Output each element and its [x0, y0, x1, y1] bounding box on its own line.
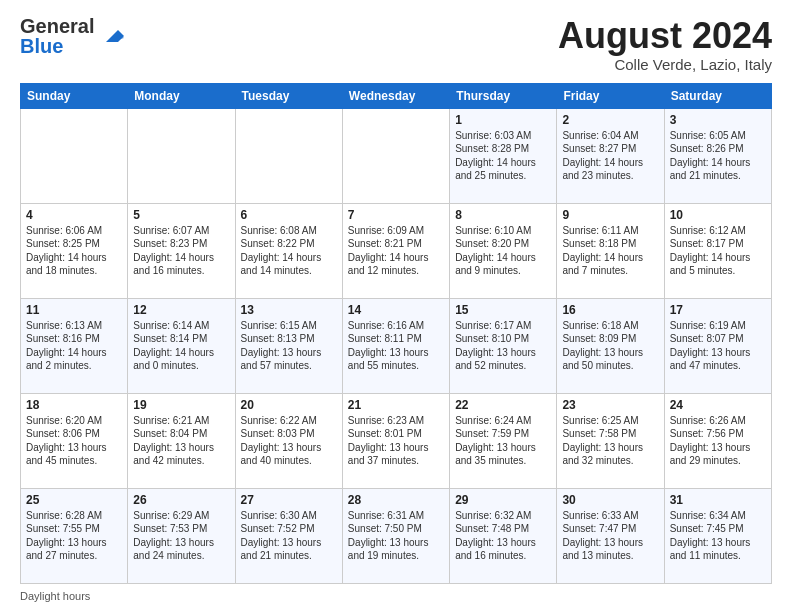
day-number: 20 [241, 398, 337, 412]
day-info: Sunrise: 6:21 AM Sunset: 8:04 PM Dayligh… [133, 414, 229, 468]
calendar-cell: 10Sunrise: 6:12 AM Sunset: 8:17 PM Dayli… [664, 203, 771, 298]
week-row-4: 18Sunrise: 6:20 AM Sunset: 8:06 PM Dayli… [21, 393, 772, 488]
weekday-monday: Monday [128, 83, 235, 108]
logo: General Blue [20, 16, 126, 56]
day-info: Sunrise: 6:32 AM Sunset: 7:48 PM Dayligh… [455, 509, 551, 563]
header: General Blue August 2024 Colle Verde, La… [20, 16, 772, 73]
calendar-cell [342, 108, 449, 203]
day-number: 14 [348, 303, 444, 317]
calendar-cell: 11Sunrise: 6:13 AM Sunset: 8:16 PM Dayli… [21, 298, 128, 393]
weekday-tuesday: Tuesday [235, 83, 342, 108]
calendar-cell: 17Sunrise: 6:19 AM Sunset: 8:07 PM Dayli… [664, 298, 771, 393]
day-number: 12 [133, 303, 229, 317]
calendar-cell: 30Sunrise: 6:33 AM Sunset: 7:47 PM Dayli… [557, 488, 664, 583]
day-number: 23 [562, 398, 658, 412]
week-row-2: 4Sunrise: 6:06 AM Sunset: 8:25 PM Daylig… [21, 203, 772, 298]
calendar-cell: 7Sunrise: 6:09 AM Sunset: 8:21 PM Daylig… [342, 203, 449, 298]
day-info: Sunrise: 6:15 AM Sunset: 8:13 PM Dayligh… [241, 319, 337, 373]
weekday-thursday: Thursday [450, 83, 557, 108]
header-right: August 2024 Colle Verde, Lazio, Italy [558, 16, 772, 73]
day-info: Sunrise: 6:06 AM Sunset: 8:25 PM Dayligh… [26, 224, 122, 278]
day-info: Sunrise: 6:11 AM Sunset: 8:18 PM Dayligh… [562, 224, 658, 278]
day-number: 29 [455, 493, 551, 507]
day-info: Sunrise: 6:24 AM Sunset: 7:59 PM Dayligh… [455, 414, 551, 468]
logo-blue: Blue [20, 36, 94, 56]
day-number: 1 [455, 113, 551, 127]
daylight-label: Daylight hours [20, 590, 90, 602]
calendar-cell: 27Sunrise: 6:30 AM Sunset: 7:52 PM Dayli… [235, 488, 342, 583]
calendar-table: SundayMondayTuesdayWednesdayThursdayFrid… [20, 83, 772, 584]
weekday-wednesday: Wednesday [342, 83, 449, 108]
week-row-1: 1Sunrise: 6:03 AM Sunset: 8:28 PM Daylig… [21, 108, 772, 203]
day-number: 25 [26, 493, 122, 507]
calendar-cell: 21Sunrise: 6:23 AM Sunset: 8:01 PM Dayli… [342, 393, 449, 488]
calendar-body: 1Sunrise: 6:03 AM Sunset: 8:28 PM Daylig… [21, 108, 772, 583]
day-info: Sunrise: 6:10 AM Sunset: 8:20 PM Dayligh… [455, 224, 551, 278]
day-info: Sunrise: 6:12 AM Sunset: 8:17 PM Dayligh… [670, 224, 766, 278]
logo-icon [98, 22, 126, 50]
day-info: Sunrise: 6:05 AM Sunset: 8:26 PM Dayligh… [670, 129, 766, 183]
day-number: 6 [241, 208, 337, 222]
day-info: Sunrise: 6:33 AM Sunset: 7:47 PM Dayligh… [562, 509, 658, 563]
day-info: Sunrise: 6:03 AM Sunset: 8:28 PM Dayligh… [455, 129, 551, 183]
day-number: 3 [670, 113, 766, 127]
page: General Blue August 2024 Colle Verde, La… [0, 0, 792, 612]
day-number: 16 [562, 303, 658, 317]
day-info: Sunrise: 6:25 AM Sunset: 7:58 PM Dayligh… [562, 414, 658, 468]
day-number: 22 [455, 398, 551, 412]
day-number: 9 [562, 208, 658, 222]
day-number: 8 [455, 208, 551, 222]
day-info: Sunrise: 6:28 AM Sunset: 7:55 PM Dayligh… [26, 509, 122, 563]
calendar-cell: 19Sunrise: 6:21 AM Sunset: 8:04 PM Dayli… [128, 393, 235, 488]
calendar-cell: 31Sunrise: 6:34 AM Sunset: 7:45 PM Dayli… [664, 488, 771, 583]
day-info: Sunrise: 6:17 AM Sunset: 8:10 PM Dayligh… [455, 319, 551, 373]
calendar-cell: 12Sunrise: 6:14 AM Sunset: 8:14 PM Dayli… [128, 298, 235, 393]
calendar-cell [21, 108, 128, 203]
calendar-cell: 15Sunrise: 6:17 AM Sunset: 8:10 PM Dayli… [450, 298, 557, 393]
location: Colle Verde, Lazio, Italy [558, 56, 772, 73]
weekday-header-row: SundayMondayTuesdayWednesdayThursdayFrid… [21, 83, 772, 108]
weekday-saturday: Saturday [664, 83, 771, 108]
day-number: 17 [670, 303, 766, 317]
calendar-cell: 22Sunrise: 6:24 AM Sunset: 7:59 PM Dayli… [450, 393, 557, 488]
calendar-cell [235, 108, 342, 203]
day-info: Sunrise: 6:16 AM Sunset: 8:11 PM Dayligh… [348, 319, 444, 373]
week-row-3: 11Sunrise: 6:13 AM Sunset: 8:16 PM Dayli… [21, 298, 772, 393]
day-number: 28 [348, 493, 444, 507]
calendar-cell: 29Sunrise: 6:32 AM Sunset: 7:48 PM Dayli… [450, 488, 557, 583]
calendar-cell: 8Sunrise: 6:10 AM Sunset: 8:20 PM Daylig… [450, 203, 557, 298]
day-number: 30 [562, 493, 658, 507]
day-info: Sunrise: 6:30 AM Sunset: 7:52 PM Dayligh… [241, 509, 337, 563]
logo-general: General [20, 16, 94, 36]
calendar-cell: 16Sunrise: 6:18 AM Sunset: 8:09 PM Dayli… [557, 298, 664, 393]
day-number: 4 [26, 208, 122, 222]
day-info: Sunrise: 6:20 AM Sunset: 8:06 PM Dayligh… [26, 414, 122, 468]
calendar-cell: 14Sunrise: 6:16 AM Sunset: 8:11 PM Dayli… [342, 298, 449, 393]
day-number: 5 [133, 208, 229, 222]
day-info: Sunrise: 6:13 AM Sunset: 8:16 PM Dayligh… [26, 319, 122, 373]
day-info: Sunrise: 6:04 AM Sunset: 8:27 PM Dayligh… [562, 129, 658, 183]
day-info: Sunrise: 6:29 AM Sunset: 7:53 PM Dayligh… [133, 509, 229, 563]
calendar-cell: 24Sunrise: 6:26 AM Sunset: 7:56 PM Dayli… [664, 393, 771, 488]
day-number: 13 [241, 303, 337, 317]
weekday-friday: Friday [557, 83, 664, 108]
day-info: Sunrise: 6:14 AM Sunset: 8:14 PM Dayligh… [133, 319, 229, 373]
day-info: Sunrise: 6:34 AM Sunset: 7:45 PM Dayligh… [670, 509, 766, 563]
day-number: 2 [562, 113, 658, 127]
day-info: Sunrise: 6:07 AM Sunset: 8:23 PM Dayligh… [133, 224, 229, 278]
month-title: August 2024 [558, 16, 772, 56]
calendar-cell: 26Sunrise: 6:29 AM Sunset: 7:53 PM Dayli… [128, 488, 235, 583]
calendar-cell: 25Sunrise: 6:28 AM Sunset: 7:55 PM Dayli… [21, 488, 128, 583]
day-info: Sunrise: 6:22 AM Sunset: 8:03 PM Dayligh… [241, 414, 337, 468]
calendar-cell: 3Sunrise: 6:05 AM Sunset: 8:26 PM Daylig… [664, 108, 771, 203]
calendar-cell: 18Sunrise: 6:20 AM Sunset: 8:06 PM Dayli… [21, 393, 128, 488]
calendar-cell [128, 108, 235, 203]
day-number: 31 [670, 493, 766, 507]
day-number: 7 [348, 208, 444, 222]
day-info: Sunrise: 6:19 AM Sunset: 8:07 PM Dayligh… [670, 319, 766, 373]
day-info: Sunrise: 6:09 AM Sunset: 8:21 PM Dayligh… [348, 224, 444, 278]
calendar-cell: 28Sunrise: 6:31 AM Sunset: 7:50 PM Dayli… [342, 488, 449, 583]
calendar-cell: 23Sunrise: 6:25 AM Sunset: 7:58 PM Dayli… [557, 393, 664, 488]
day-info: Sunrise: 6:23 AM Sunset: 8:01 PM Dayligh… [348, 414, 444, 468]
calendar-cell: 5Sunrise: 6:07 AM Sunset: 8:23 PM Daylig… [128, 203, 235, 298]
